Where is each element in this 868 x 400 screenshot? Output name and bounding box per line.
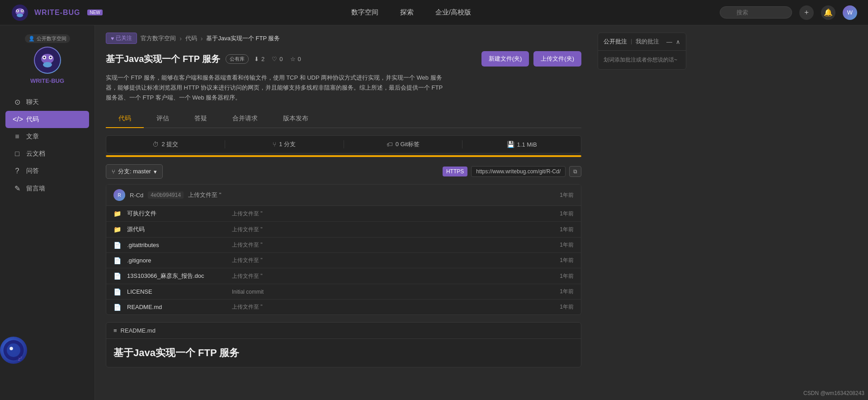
branch-selector[interactable]: ⑂ 分支: master ▾ (106, 164, 163, 179)
file-time: 1年前 (560, 272, 574, 280)
comment-placeholder: 划词添加批注或者你想说的话~ (604, 57, 677, 63)
repo-public-badge: 公有库 (226, 54, 249, 64)
avatar[interactable]: W (843, 5, 857, 20)
article-icon: ≡ (13, 133, 22, 141)
svg-point-11 (43, 57, 45, 58)
commit-author: R-Cd (130, 192, 143, 199)
svg-point-12 (50, 57, 52, 58)
nav-link-enterprise[interactable]: 企业/高校版 (435, 8, 471, 17)
git-stats-bar: ⏱ 2 提交 ⑂ 1 分支 🏷 0 Git标签 💾 1.1 MiB (106, 135, 581, 153)
commit-hash: 4e0b994914 (148, 191, 184, 199)
upload-file-button[interactable]: 上传文件(夹) (533, 51, 581, 67)
comment-body: 划词添加批注或者你想说的话~ (598, 51, 686, 69)
commits-icon: ⏱ (152, 141, 159, 148)
sidebar-label-cloud: 云文档 (26, 150, 45, 158)
https-url[interactable]: https://www.writebug.com/git/R-Cd/ (471, 166, 566, 177)
folder-icon: 📁 (113, 226, 122, 233)
notification-button[interactable]: 🔔 (821, 5, 835, 20)
tab-release[interactable]: 版本发布 (270, 110, 321, 128)
profile-tag: 👤 公开数字空间 (25, 34, 70, 43)
heart-icon: ♡ (272, 56, 277, 62)
like-stat[interactable]: ♡ 0 (272, 56, 283, 62)
nav-link-space[interactable]: 数字空间 (351, 8, 378, 17)
file-icon: 📄 (113, 257, 122, 264)
readme-icon: ≡ (113, 327, 117, 334)
file-row[interactable]: 📄 13S103066_麻彦东_报告.doc 上传文件至 " 1年前 (106, 268, 581, 284)
sidebar-item-cloud[interactable]: □ 云文档 (0, 145, 94, 162)
breadcrumb-space[interactable]: 官方数字空间 (141, 34, 176, 43)
commit-avatar: R (113, 189, 125, 201)
https-badge: HTTPS (443, 167, 467, 176)
svg-point-4 (17, 10, 19, 11)
file-name: README.md (127, 304, 226, 310)
file-row[interactable]: 📄 .gitignore 上传文件至 " 1年前 (106, 253, 581, 268)
git-stat-tags: 🏷 0 Git标签 (344, 140, 463, 148)
comment-tab-my[interactable]: 我的批注 (636, 38, 659, 46)
https-row: HTTPS https://www.writebug.com/git/R-Cd/… (443, 166, 581, 177)
file-icon: 📄 (113, 242, 122, 249)
file-table: R R-Cd 4e0b994914 上传文件至 " 1年前 📁 可执行文件 上传… (106, 184, 581, 315)
svg-point-16 (9, 347, 13, 351)
svg-point-15 (7, 343, 20, 357)
file-name: .gitignore (127, 257, 226, 264)
copy-url-button[interactable]: ⧉ (569, 166, 581, 177)
nav-link-explore[interactable]: 探索 (400, 8, 414, 17)
file-row[interactable]: 📁 可执行文件 上传文件至 " 1年前 (106, 206, 581, 222)
search-wrapper: 🔍 (720, 6, 792, 19)
breadcrumb: ♥ 已关注 官方数字空间 › 代码 › 基于Java实现一个 FTP 服务 (106, 33, 581, 44)
star-stat[interactable]: ☆ 0 (290, 56, 301, 62)
sidebar-item-article[interactable]: ≡ 文章 (0, 128, 94, 145)
file-commit: Initial commit (232, 289, 554, 295)
tab-merge[interactable]: 合并请求 (220, 110, 270, 128)
sidebar-label-chat: 聊天 (26, 98, 39, 106)
sidebar-item-chat[interactable]: ⊙ 聊天 (0, 93, 94, 111)
sidebar-item-code[interactable]: </> 代码 (5, 111, 89, 128)
git-stat-commits: ⏱ 2 提交 (106, 140, 225, 148)
comment-panel-header: 公开批注 | 我的批注 — ∧ (598, 33, 686, 51)
file-commit: 上传文件至 " (232, 210, 554, 218)
logo-text: WRITE-BUG (34, 9, 80, 17)
comment-header-actions: — ∧ (666, 38, 680, 45)
download-stat[interactable]: ⬇ 2 (254, 56, 264, 62)
expand-icon[interactable]: ∧ (676, 38, 680, 45)
branch-row: ⑂ 分支: master ▾ HTTPS https://www.writebu… (106, 164, 581, 179)
search-input[interactable] (720, 6, 792, 19)
new-file-button[interactable]: 新建文件(夹) (481, 51, 529, 67)
svg-point-5 (22, 10, 23, 11)
repo-title: 基于Java实现一个 FTP 服务 (106, 53, 220, 65)
size-icon: 💾 (507, 141, 514, 148)
tab-qa[interactable]: 答疑 (182, 110, 220, 128)
branch-chevron-icon: ▾ (154, 168, 157, 175)
nav-logo-area: WRITE-BUG NEW (11, 4, 103, 22)
tab-code[interactable]: 代码 (106, 110, 144, 128)
tag-icon: 🏷 (387, 141, 393, 148)
comment-tab-public[interactable]: 公开批注 (604, 38, 627, 46)
commit-time: 1年前 (560, 191, 574, 199)
minimize-icon[interactable]: — (666, 38, 672, 45)
file-icon: 📄 (113, 304, 122, 311)
file-time: 1年前 (560, 257, 574, 264)
top-navigation: WRITE-BUG NEW 数字空间 探索 企业/高校版 🔍 ＋ 🔔 W (0, 0, 868, 25)
breadcrumb-code[interactable]: 代码 (185, 34, 197, 43)
file-row[interactable]: 📄 .gitattributes 上传文件至 " 1年前 (106, 238, 581, 253)
readme-content: 基于Java实现一个 FTP 服务 (106, 339, 581, 367)
file-row[interactable]: 📄 README.md 上传文件至 " 1年前 (106, 300, 581, 314)
widget-circle[interactable]: z z (0, 337, 27, 364)
sidebar-item-qa[interactable]: ? 问答 (0, 162, 94, 180)
page-layout: 👤 公开数字空间 WRITE-BUG ⊙ 聊天 (0, 25, 868, 400)
tab-evaluate[interactable]: 评估 (144, 110, 182, 128)
branch-name: 分支: master (118, 167, 151, 176)
git-stat-size: 💾 1.1 MiB (462, 141, 581, 148)
chat-icon: ⊙ (13, 98, 22, 106)
add-button[interactable]: ＋ (799, 5, 814, 20)
file-row[interactable]: 📄 LICENSE Initial commit 1年前 (106, 284, 581, 300)
file-name: LICENSE (127, 288, 226, 295)
file-commit: 上传文件至 " (232, 303, 554, 311)
sidebar-item-wall[interactable]: ✎ 留言墙 (0, 180, 94, 197)
qa-icon: ? (13, 167, 22, 175)
right-panel: 公开批注 | 我的批注 — ∧ 划词添加批注或者你想说的话~ (592, 25, 692, 400)
svg-point-6 (17, 14, 23, 17)
profile-avatar (34, 47, 61, 74)
file-commit: 上传文件至 " (232, 272, 554, 280)
file-row[interactable]: 📁 源代码 上传文件至 " 1年前 (106, 222, 581, 238)
